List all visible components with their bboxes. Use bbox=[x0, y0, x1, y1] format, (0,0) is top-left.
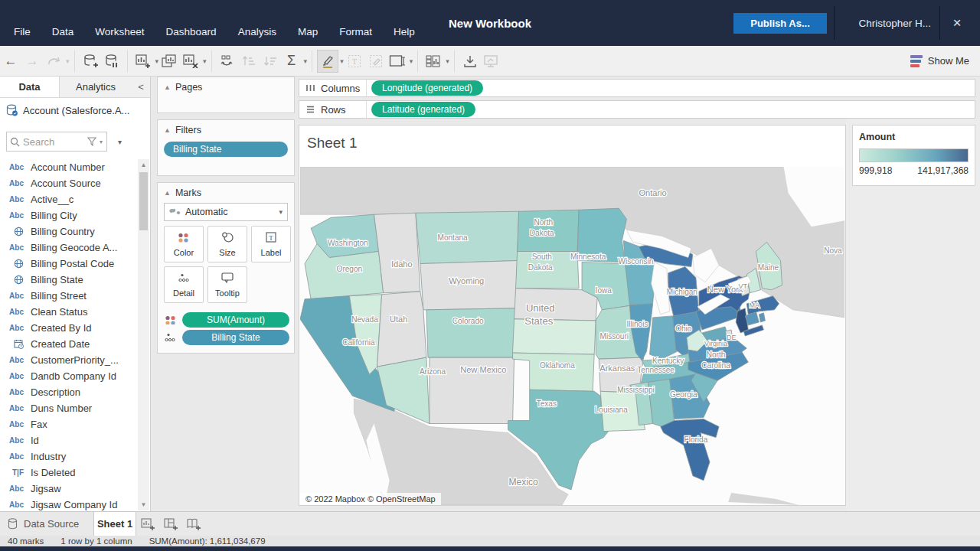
menu-item-worksheet[interactable]: Worksheet bbox=[84, 21, 155, 42]
field-row[interactable]: AbcAccount Source bbox=[0, 175, 138, 191]
marks-pill-billing-state[interactable]: Billing State bbox=[182, 330, 289, 345]
format-brush-icon[interactable] bbox=[365, 50, 387, 73]
color-legend[interactable]: Amount 999,918 141,917,368 bbox=[852, 125, 975, 186]
field-row[interactable]: AbcClean Status bbox=[0, 304, 138, 320]
tab-analytics[interactable]: Analytics bbox=[60, 77, 132, 97]
show-mark-labels-caret-icon[interactable]: ▾ bbox=[446, 57, 449, 65]
field-row[interactable]: AbcDuns Number bbox=[0, 400, 138, 416]
new-datasource-icon[interactable] bbox=[80, 50, 101, 73]
redo-caret-icon[interactable]: ▾ bbox=[66, 57, 70, 65]
new-worksheet-icon[interactable] bbox=[132, 50, 154, 73]
mark-type-dropdown[interactable]: Automatic ▾ bbox=[164, 203, 288, 221]
field-row[interactable]: AbcIndustry bbox=[0, 448, 138, 465]
field-row[interactable]: AbcCustomerPriority_... bbox=[0, 352, 138, 368]
marks-pill-sum-amount-[interactable]: SUM(Amount) bbox=[182, 312, 289, 328]
menu-item-format[interactable]: Format bbox=[328, 21, 383, 42]
sort-ascending-icon[interactable] bbox=[238, 50, 260, 73]
field-row[interactable]: Created Date bbox=[0, 336, 138, 352]
duplicate-sheet-icon[interactable] bbox=[158, 50, 180, 73]
filter-pill-billing-state[interactable]: Billing State bbox=[164, 142, 288, 157]
new-story-tab-icon[interactable] bbox=[182, 512, 205, 536]
highlight-icon[interactable] bbox=[317, 50, 338, 73]
collapse-chevron-icon[interactable]: ▲ bbox=[164, 189, 171, 197]
menu-item-help[interactable]: Help bbox=[383, 21, 426, 42]
collapse-chevron-icon[interactable]: ▲ bbox=[164, 83, 171, 91]
search-input[interactable] bbox=[23, 136, 84, 148]
detail-button[interactable]: Detail bbox=[164, 266, 204, 303]
size-button[interactable]: Size bbox=[207, 226, 247, 262]
menu-item-map[interactable]: Map bbox=[287, 21, 328, 42]
view-options-caret-icon[interactable]: ▾ bbox=[118, 138, 122, 146]
forward-icon[interactable]: → bbox=[21, 50, 43, 73]
field-row[interactable]: AbcBilling Geocode A... bbox=[0, 240, 138, 256]
pause-updates-icon[interactable] bbox=[101, 50, 122, 73]
state-utah[interactable] bbox=[377, 292, 426, 367]
field-row[interactable]: AbcAccount Number bbox=[0, 159, 138, 175]
menu-item-data[interactable]: Data bbox=[41, 21, 85, 42]
state-colorado[interactable] bbox=[426, 308, 516, 357]
color-shelf-icon[interactable] bbox=[162, 315, 178, 324]
menu-item-dashboard[interactable]: Dashboard bbox=[155, 21, 227, 42]
columns-shelf[interactable]: Columns Longitude (generated) bbox=[299, 79, 975, 97]
scrollbar-thumb[interactable] bbox=[139, 172, 148, 230]
collapse-chevron-icon[interactable]: ▲ bbox=[164, 126, 171, 134]
menu-item-analysis[interactable]: Analysis bbox=[227, 21, 287, 42]
color-button[interactable]: Color bbox=[164, 226, 204, 262]
tab-sheet-1[interactable]: Sheet 1 bbox=[93, 512, 136, 536]
field-row[interactable]: AbcJigsaw Company Id bbox=[0, 497, 138, 511]
field-row[interactable]: AbcFax bbox=[0, 416, 138, 432]
rows-shelf[interactable]: Rows Latitude (generated) bbox=[299, 100, 975, 119]
field-row[interactable]: Billing Country bbox=[0, 223, 138, 240]
download-icon[interactable] bbox=[459, 50, 481, 73]
search-input-box[interactable]: ▾ bbox=[6, 132, 107, 152]
field-list-scrollbar[interactable]: ▲ ▼ bbox=[138, 159, 149, 510]
filter-funnel-icon[interactable] bbox=[87, 137, 96, 146]
field-row[interactable]: Billing State bbox=[0, 272, 138, 288]
map-container[interactable]: OntarioWashingtonMontanaNorthDakotaSouth… bbox=[300, 167, 844, 505]
shelf-pill-longitude-generated-[interactable]: Longitude (generated) bbox=[371, 80, 483, 96]
show-mark-labels-icon[interactable] bbox=[423, 50, 444, 73]
database-icon bbox=[8, 518, 18, 530]
text-label-icon[interactable]: T bbox=[344, 50, 365, 73]
field-row[interactable]: AbcId bbox=[0, 432, 138, 448]
publish-as-button[interactable]: Publish As... bbox=[733, 13, 827, 34]
field-row[interactable]: Billing Postal Code bbox=[0, 256, 138, 272]
menu-item-file[interactable]: File bbox=[3, 21, 41, 42]
us-choropleth-map[interactable]: OntarioWashingtonMontanaNorthDakotaSouth… bbox=[300, 167, 844, 505]
swap-axes-icon[interactable] bbox=[217, 50, 238, 73]
field-row[interactable]: T|FIs Deleted bbox=[0, 465, 138, 481]
shelf-pill-latitude-generated-[interactable]: Latitude (generated) bbox=[371, 102, 475, 117]
totals-icon[interactable]: Σ bbox=[281, 50, 302, 73]
field-row[interactable]: AbcCreated By Id bbox=[0, 320, 138, 336]
field-row[interactable]: AbcDandb Company Id bbox=[0, 368, 138, 384]
back-icon[interactable]: ← bbox=[0, 50, 21, 73]
field-row[interactable]: AbcBilling Street bbox=[0, 288, 138, 304]
tab-data[interactable]: Data bbox=[0, 77, 60, 97]
presentation-mode-icon[interactable] bbox=[481, 50, 502, 73]
label-button[interactable]: TLabel bbox=[251, 226, 291, 262]
fit-selector-icon[interactable] bbox=[387, 50, 408, 73]
filter-caret-icon[interactable]: ▾ bbox=[100, 139, 103, 145]
field-row[interactable]: AbcActive__c bbox=[0, 191, 138, 207]
user-account-menu[interactable]: Christopher H... bbox=[858, 0, 931, 46]
scroll-down-icon[interactable]: ▼ bbox=[138, 499, 149, 510]
field-row[interactable]: AbcBilling City bbox=[0, 207, 138, 223]
tab-data-source[interactable]: Data Source bbox=[0, 512, 93, 536]
scroll-up-icon[interactable]: ▲ bbox=[138, 159, 149, 171]
redo-icon[interactable] bbox=[43, 50, 64, 73]
totals-caret-icon[interactable]: ▾ bbox=[304, 57, 308, 65]
clear-sheet-caret-icon[interactable]: ▾ bbox=[203, 57, 207, 65]
field-row[interactable]: AbcJigsaw bbox=[0, 481, 138, 497]
sort-descending-icon[interactable] bbox=[260, 50, 281, 73]
detail-shelf-icon[interactable] bbox=[162, 333, 178, 343]
field-row[interactable]: AbcDescription bbox=[0, 384, 138, 400]
new-dashboard-tab-icon[interactable] bbox=[159, 512, 182, 536]
tooltip-button[interactable]: Tooltip bbox=[207, 266, 247, 303]
close-icon[interactable]: × bbox=[942, 0, 972, 46]
fit-caret-icon[interactable]: ▾ bbox=[410, 57, 413, 65]
datasource-item[interactable]: Account (Salesforce.A... bbox=[0, 99, 150, 121]
clear-sheet-icon[interactable] bbox=[180, 50, 201, 73]
collapse-panel-icon[interactable]: < bbox=[132, 77, 150, 97]
new-worksheet-tab-icon[interactable] bbox=[136, 512, 159, 536]
show-me-button[interactable]: Show Me bbox=[910, 46, 969, 76]
